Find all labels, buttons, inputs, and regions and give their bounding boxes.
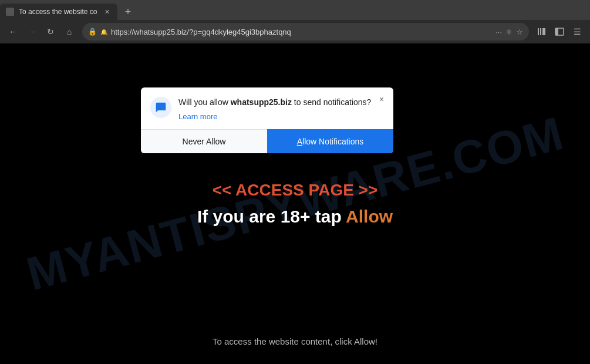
allow-word: Allow xyxy=(346,207,393,226)
browser-chrome: To access the website co ✕ + ← → ↻ ⌂ 🔒 🔔… xyxy=(0,0,590,43)
address-text: https://whatsupp25.biz/?p=gq4dkyleg45gi3… xyxy=(111,28,492,36)
svg-rect-4 xyxy=(555,28,558,35)
forward-button[interactable]: → xyxy=(23,23,40,40)
svg-rect-2 xyxy=(542,28,545,35)
security-lock-icon: 🔒 xyxy=(88,28,97,36)
popup-icon xyxy=(150,97,171,118)
content-area: MYANTISPYWARE.COM << ACCESS PAGE >> If y… xyxy=(0,43,590,364)
chat-icon xyxy=(155,102,167,113)
popup-question-suffix: to send notifications? xyxy=(292,97,371,107)
popup-buttons: Never Allow Allow Notifications xyxy=(141,129,393,153)
active-tab[interactable]: To access the website co ✕ xyxy=(0,4,117,20)
popup-body: Will you allow whatsupp25.biz to send no… xyxy=(141,87,393,121)
svg-rect-0 xyxy=(538,28,539,35)
home-button[interactable]: ⌂ xyxy=(61,23,77,40)
sidebar-button[interactable] xyxy=(551,23,568,40)
popup-question-prefix: Will you allow xyxy=(178,97,231,107)
tab-title: To access the website co xyxy=(19,8,97,16)
library-button[interactable] xyxy=(534,23,550,40)
reload-button[interactable]: ↻ xyxy=(42,23,59,40)
popup-site-name: whatsupp25.biz xyxy=(231,97,292,107)
tab-close-button[interactable]: ✕ xyxy=(102,7,112,16)
allow-rest-label: llow Notifications xyxy=(302,137,363,146)
address-bar[interactable]: 🔒 🔔 https://whatsupp25.biz/?p=gq4dkyleg4… xyxy=(82,23,529,41)
back-button[interactable]: ← xyxy=(5,23,21,40)
tap-allow-text: If you are 18+ tap Allow xyxy=(197,207,393,227)
toolbar: ← → ↻ ⌂ 🔒 🔔 https://whatsupp25.biz/?p=gq… xyxy=(0,20,590,43)
svg-rect-1 xyxy=(540,28,541,35)
popup-close-button[interactable]: × xyxy=(376,93,387,105)
menu-button[interactable]: ☰ xyxy=(569,23,585,40)
notification-popup: Will you allow whatsupp25.biz to send no… xyxy=(141,87,393,153)
page-content: << ACCESS PAGE >> If you are 18+ tap All… xyxy=(197,181,393,227)
tap-allow-prefix: If you are 18+ tap xyxy=(197,207,346,226)
new-tab-button[interactable]: + xyxy=(120,4,136,20)
allow-notifications-button[interactable]: Allow Notifications xyxy=(267,129,393,153)
tab-favicon-icon xyxy=(6,8,14,16)
popup-question: Will you allow whatsupp25.biz to send no… xyxy=(178,97,384,109)
allow-underline-a: A xyxy=(297,137,302,146)
notification-dot-icon: 🔔 xyxy=(100,29,107,35)
pocket-icon[interactable]: ⚛ xyxy=(505,28,513,36)
access-page-heading: << ACCESS PAGE >> xyxy=(197,181,393,200)
learn-more-link[interactable]: Learn more xyxy=(178,112,384,121)
tab-bar: To access the website co ✕ + xyxy=(0,0,590,20)
bookmark-star-icon[interactable]: ☆ xyxy=(516,28,523,36)
address-more-icon[interactable]: ··· xyxy=(495,28,502,36)
never-allow-button[interactable]: Never Allow xyxy=(141,129,267,153)
bottom-text: To access the website content, click All… xyxy=(0,336,590,346)
popup-text: Will you allow whatsupp25.biz to send no… xyxy=(178,97,384,121)
